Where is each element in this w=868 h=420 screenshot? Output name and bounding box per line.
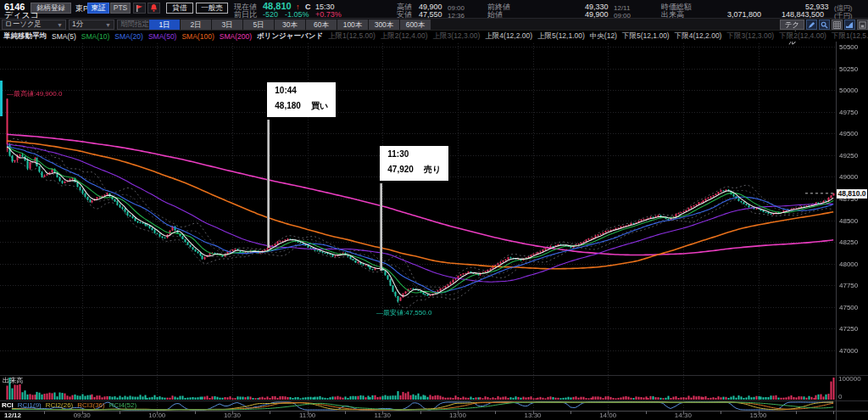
pencil-icon[interactable] [806, 20, 817, 30]
prev-close-date: 12/11 [614, 4, 630, 12]
period-button-30本[interactable]: 30本 [275, 20, 306, 30]
volume-axis-label: 100000 [838, 375, 861, 383]
x-axis-label: 14:00 [597, 412, 619, 419]
trade-marker-line [267, 120, 270, 248]
period-button-300本[interactable]: 300本 [369, 20, 400, 30]
toolbar-right-group: テクニカル [780, 20, 868, 30]
chart-toolbar: ローソク足▼ 1分▼ 期間指定▼ 1日2日3日5日30本60本100本300本6… [0, 19, 868, 31]
save-icon[interactable] [857, 20, 868, 30]
legend-item: 上限3(12,3.00) [433, 31, 481, 42]
legend-item: 下限4(12,2.00) [675, 31, 722, 42]
trade-marker-line [380, 183, 382, 271]
quote-header: 6146 銘柄登録 東P 東証 PTS 貸借 一般売 ディスコ 現在値 48,8… [0, 0, 868, 19]
legend-item: 下限5(12,1.00) [622, 31, 670, 42]
period-button-1日[interactable]: 1日 [149, 20, 181, 30]
volume-value: 3,071,800 [727, 11, 761, 19]
x-axis-label: 14:30 [672, 412, 694, 419]
tab-tse[interactable]: 東証 [87, 3, 109, 14]
period-button-3日[interactable]: 3日 [212, 20, 243, 30]
chevron-down-icon: ▼ [105, 22, 111, 28]
market-cap-unit: (億円) [834, 4, 852, 12]
trade-marker-buy[interactable]: 10:4448,180買い [267, 82, 336, 117]
trade-time: 10:44 [275, 86, 328, 95]
tab-pts[interactable]: PTS [110, 3, 131, 14]
current-price: 48,810 [263, 3, 292, 10]
y-axis-label: 48250 [839, 238, 858, 246]
period-button-60本[interactable]: 60本 [306, 20, 337, 30]
chart-type-value: ローソク足 [5, 20, 42, 30]
tool-icon-group [806, 20, 868, 30]
stock-name: ディスコ [4, 11, 39, 19]
change-label: 前日比 [234, 11, 257, 19]
y-axis-label: 50250 [839, 65, 858, 73]
chevron-down-icon: ▼ [57, 22, 63, 28]
legend-item: ボリンジャーバンド [257, 31, 323, 42]
change-value: -520 [263, 11, 278, 19]
change-percent: -1.05% [285, 11, 309, 19]
chart-area: 5050050250500004975049500492504900048750… [0, 42, 868, 420]
legend-item: SMA(200) [220, 32, 252, 41]
credit-trade-button[interactable]: 貸借 [166, 3, 193, 14]
x-axis-label: 10:30 [221, 412, 243, 419]
period-button-5日[interactable]: 5日 [243, 20, 275, 30]
technical-button[interactable]: テクニカル [780, 20, 804, 30]
open-value: 49,900 [585, 11, 609, 19]
price-chart-canvas[interactable] [0, 42, 868, 420]
legend-item: SMA(5) [52, 32, 76, 41]
period-spec-value: 期間指定 [120, 20, 149, 30]
legend-item: 上限1(12,5.00) [328, 31, 376, 42]
indicator-legend: 単純移動平均SMA(5)SMA(10)SMA(20)SMA(50)SMA(100… [0, 31, 868, 42]
trade-price-side: 48,180買い [275, 100, 328, 112]
y-axis-label: 49000 [839, 173, 858, 181]
legend-item: 下限1(12,5.00) [832, 31, 868, 42]
rci-legend: RCIRCI1(9)RCI2(26)RCI3(36)RCI4(52) [2, 401, 136, 409]
legend-item: 下限2(12,4.00) [779, 31, 826, 42]
period-button-group: 1日2日3日5日30本60本100本300本600本 [149, 20, 431, 30]
rci-legend-item: RCI1(9) [18, 401, 42, 409]
legend-item: 下限3(12,3.00) [726, 31, 774, 42]
rci-legend-item: RCI2(26) [46, 401, 73, 409]
y-axis-label: 47750 [839, 282, 858, 289]
news-flag-icon[interactable] [133, 3, 146, 14]
trade-price-side: 47,920売り [387, 164, 441, 176]
market-segment: 東P [75, 5, 88, 13]
x-axis-label: 13:00 [447, 412, 469, 419]
x-axis-label: 15:00 [748, 412, 770, 419]
y-axis-label: 48000 [839, 260, 858, 268]
kabu-chart-window: { "header": { "code": "6146", "register_… [0, 0, 868, 420]
period-button-600本[interactable]: 600本 [400, 20, 431, 30]
x-axis-label: 10:00 [146, 412, 168, 419]
chart-type-select[interactable]: ローソク足▼ [2, 20, 66, 30]
turnover-value: 148,843,500 [782, 11, 824, 19]
low-value: 47,550 [419, 11, 442, 19]
interval-select[interactable]: 1分▼ [69, 20, 114, 30]
y-axis-label: 47250 [839, 325, 858, 333]
trade-time: 11:30 [387, 149, 441, 159]
low-price-label: ―最安値:47,550.0 [376, 308, 431, 317]
legend-item: 中央(12) [590, 31, 617, 42]
legend-item: SMA(100) [181, 32, 214, 41]
period-button-2日[interactable]: 2日 [181, 20, 212, 30]
legend-item: SMA(20) [114, 32, 143, 41]
rci-legend-item: RCI3(36) [77, 401, 104, 409]
magnifier-icon[interactable] [819, 20, 830, 30]
legend-item: SMA(50) [148, 32, 177, 41]
high-time: 09:00 [448, 4, 465, 12]
x-axis-label: 12/12 [2, 412, 24, 419]
trade-marker-sell[interactable]: 11:3047,920売り [380, 146, 448, 181]
y-axis-label: 50000 [839, 87, 858, 94]
grid-icon[interactable] [832, 20, 843, 30]
x-axis-label: 13:30 [522, 412, 544, 419]
x-axis-label: 11:30 [371, 412, 393, 419]
y-axis-label: 48500 [839, 217, 858, 225]
area-chart-icon[interactable] [844, 20, 855, 30]
legend-item: 上限2(12,4.00) [381, 31, 428, 42]
rci-legend-item: RCI4(52) [109, 401, 136, 409]
legend-item: 単純移動平均 [3, 31, 47, 42]
general-sell-button[interactable]: 一般売 [196, 3, 228, 14]
alert-bell-icon[interactable] [147, 3, 160, 14]
volume-axis-label: 0 [838, 393, 842, 400]
y-axis-label: 50500 [839, 43, 858, 51]
y-axis-label: 49750 [839, 109, 858, 116]
period-button-100本[interactable]: 100本 [337, 20, 369, 30]
